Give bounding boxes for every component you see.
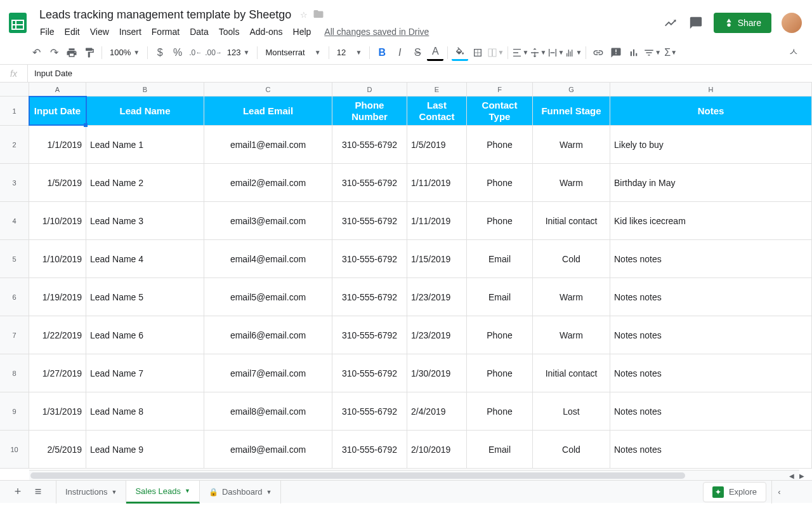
cell[interactable]: 2/5/2019 bbox=[29, 431, 86, 468]
cell-C1[interactable]: Lead Email bbox=[204, 97, 332, 125]
cell[interactable]: Lead Name 3 bbox=[86, 202, 204, 239]
share-button[interactable]: Share bbox=[714, 13, 771, 33]
cell[interactable]: Lead Name 7 bbox=[86, 354, 204, 392]
col-header-A[interactable]: A bbox=[29, 83, 86, 96]
cell[interactable]: 310-555-6792 bbox=[332, 164, 407, 201]
cell[interactable]: email5@email.com bbox=[204, 278, 332, 316]
cell[interactable]: Lead Name 4 bbox=[86, 240, 204, 277]
cell-F1[interactable]: Contact Type bbox=[467, 97, 533, 125]
add-sheet-button[interactable]: + bbox=[8, 482, 28, 502]
cell[interactable]: Email bbox=[467, 431, 533, 468]
menu-edit[interactable]: Edit bbox=[60, 24, 84, 39]
cell[interactable]: email7@email.com bbox=[204, 354, 332, 392]
cell[interactable]: 1/11/2019 bbox=[407, 202, 467, 239]
cell[interactable]: Lead Name 9 bbox=[86, 431, 204, 468]
cell[interactable]: email8@email.com bbox=[204, 392, 332, 430]
cell[interactable]: 310-555-6792 bbox=[332, 278, 407, 316]
cell[interactable]: Cold bbox=[533, 431, 610, 468]
cell[interactable]: Initial contact bbox=[533, 202, 610, 239]
row-header[interactable]: 7 bbox=[0, 316, 29, 354]
menu-tools[interactable]: Tools bbox=[214, 24, 244, 39]
cell[interactable]: Warm bbox=[533, 164, 610, 201]
cell[interactable]: 310-555-6792 bbox=[332, 202, 407, 239]
cell[interactable]: 1/5/2019 bbox=[407, 126, 467, 163]
borders-button[interactable] bbox=[469, 44, 486, 61]
merge-button[interactable]: ▼ bbox=[487, 44, 504, 61]
cell-B1[interactable]: Lead Name bbox=[86, 97, 204, 125]
row-header[interactable]: 4 bbox=[0, 202, 29, 239]
cell[interactable]: Phone bbox=[467, 164, 533, 201]
wrap-button[interactable]: ▼ bbox=[547, 44, 564, 61]
cell[interactable]: 1/23/2019 bbox=[407, 278, 467, 316]
cell[interactable]: 310-555-6792 bbox=[332, 392, 407, 430]
cell[interactable]: 1/30/2019 bbox=[407, 354, 467, 392]
all-sheets-button[interactable]: ≡ bbox=[28, 482, 48, 502]
cell[interactable]: 1/10/2019 bbox=[29, 202, 86, 239]
text-color-button[interactable]: A bbox=[427, 44, 443, 61]
row-header[interactable]: 10 bbox=[0, 431, 29, 468]
tab-instructions[interactable]: Instructions ▼ bbox=[56, 481, 126, 504]
cell[interactable]: 1/10/2019 bbox=[29, 240, 86, 277]
print-icon[interactable] bbox=[63, 44, 80, 61]
link-icon[interactable] bbox=[590, 44, 606, 61]
cell[interactable]: Notes notes bbox=[610, 354, 812, 392]
cell[interactable]: Lead Name 2 bbox=[86, 164, 204, 201]
tab-dashboard[interactable]: 🔒Dashboard ▼ bbox=[200, 481, 282, 504]
doc-title[interactable]: Leads tracking management template by Sh… bbox=[36, 7, 295, 23]
cell-G1[interactable]: Funnel Stage bbox=[533, 97, 610, 125]
cell[interactable]: email9@email.com bbox=[204, 431, 332, 468]
italic-button[interactable]: I bbox=[391, 44, 408, 61]
hscroll-right-icon[interactable]: ▶ bbox=[797, 471, 807, 480]
user-avatar[interactable] bbox=[782, 13, 802, 33]
rotate-button[interactable]: ▼ bbox=[565, 44, 582, 61]
cell[interactable]: 2/4/2019 bbox=[407, 392, 467, 430]
explore-button[interactable]: ✦ Explore bbox=[703, 482, 766, 502]
cell[interactable]: Phone bbox=[467, 392, 533, 430]
menu-insert[interactable]: Insert bbox=[115, 24, 146, 39]
formula-input[interactable]: Input Date bbox=[28, 69, 812, 78]
cell-H1[interactable]: Notes bbox=[610, 97, 812, 125]
cell[interactable]: Warm bbox=[533, 126, 610, 163]
cell[interactable]: 1/22/2019 bbox=[29, 316, 86, 354]
cell[interactable]: 1/11/2019 bbox=[407, 164, 467, 201]
row-header[interactable]: 5 bbox=[0, 240, 29, 277]
paint-format-icon[interactable] bbox=[81, 44, 98, 61]
cell[interactable]: 310-555-6792 bbox=[332, 431, 407, 468]
col-header-H[interactable]: H bbox=[610, 83, 812, 96]
cell[interactable]: Lead Name 1 bbox=[86, 126, 204, 163]
row-header[interactable]: 8 bbox=[0, 354, 29, 392]
menu-file[interactable]: File bbox=[36, 24, 59, 39]
cell[interactable]: Warm bbox=[533, 278, 610, 316]
col-header-D[interactable]: D bbox=[332, 83, 407, 96]
sheets-logo[interactable] bbox=[5, 10, 30, 36]
cell[interactable]: Notes notes bbox=[610, 240, 812, 277]
cell[interactable]: Warm bbox=[533, 316, 610, 354]
cell[interactable]: Phone bbox=[467, 126, 533, 163]
font-size-select[interactable]: 12 ▼ bbox=[333, 48, 366, 57]
row-header[interactable]: 9 bbox=[0, 392, 29, 430]
move-folder-icon[interactable] bbox=[313, 8, 324, 22]
cell[interactable]: email3@email.com bbox=[204, 202, 332, 239]
row-header[interactable]: 6 bbox=[0, 278, 29, 316]
cell[interactable]: Phone bbox=[467, 202, 533, 239]
hscroll-left-icon[interactable]: ◀ bbox=[787, 471, 797, 480]
activity-icon[interactable] bbox=[663, 15, 678, 30]
col-header-F[interactable]: F bbox=[467, 83, 533, 96]
cell[interactable]: Email bbox=[467, 278, 533, 316]
cell[interactable]: 1/19/2019 bbox=[29, 278, 86, 316]
cell[interactable]: Likely to buy bbox=[610, 126, 812, 163]
cell[interactable]: email4@email.com bbox=[204, 240, 332, 277]
cell[interactable]: 1/1/2019 bbox=[29, 126, 86, 163]
save-status[interactable]: All changes saved in Drive bbox=[324, 24, 429, 39]
col-header-B[interactable]: B bbox=[86, 83, 204, 96]
percent-button[interactable]: % bbox=[169, 44, 186, 61]
cell[interactable]: Notes notes bbox=[610, 278, 812, 316]
cell[interactable]: 310-555-6792 bbox=[332, 354, 407, 392]
cell[interactable]: Birthday in May bbox=[610, 164, 812, 201]
decrease-decimal-icon[interactable]: .0← bbox=[187, 44, 204, 61]
collapse-toolbar-icon[interactable]: ㅅ bbox=[785, 44, 802, 61]
cell[interactable]: Lead Name 8 bbox=[86, 392, 204, 430]
cell[interactable]: 2/10/2019 bbox=[407, 431, 467, 468]
menu-view[interactable]: View bbox=[86, 24, 114, 39]
cell[interactable]: 1/23/2019 bbox=[407, 316, 467, 354]
